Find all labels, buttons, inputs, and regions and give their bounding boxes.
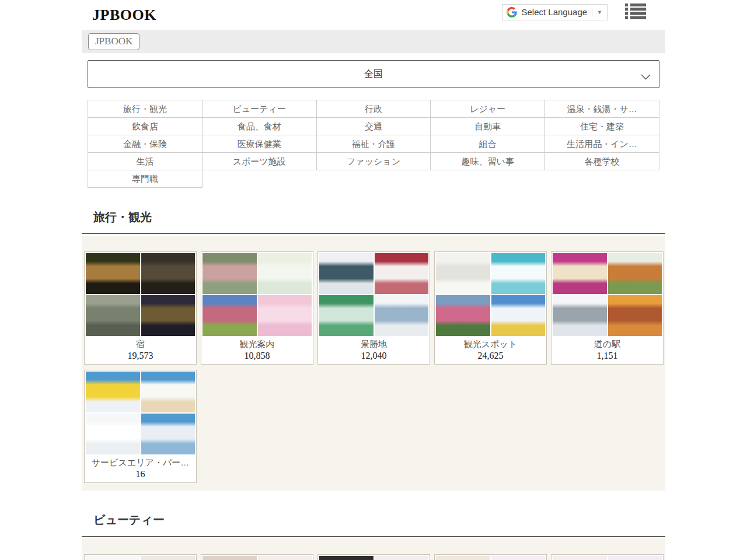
- card-label: 観光スポット: [436, 338, 545, 349]
- section-panel: [82, 538, 665, 560]
- site-thumbnail-image: [608, 295, 662, 336]
- card-label: 宿: [86, 338, 195, 349]
- breadcrumb-home-link[interactable]: JPBOOK: [88, 33, 139, 50]
- category-link[interactable]: 専門職: [88, 170, 203, 188]
- site-thumbnail-image: [86, 556, 140, 560]
- site-thumbnail-image: [258, 295, 312, 336]
- category-link[interactable]: 温泉・銭湯・サ…: [545, 100, 659, 118]
- thumbnail-collage: [319, 556, 428, 560]
- language-selector[interactable]: Select Language ▼: [502, 4, 608, 20]
- card-label: 観光案内: [203, 338, 312, 349]
- caret-down-icon: ▼: [597, 9, 602, 15]
- section-divider: [82, 536, 665, 537]
- section-title: ビューティー: [93, 512, 665, 528]
- site-thumbnail-image: [375, 556, 429, 560]
- card-count: 1,151: [553, 349, 662, 362]
- category-link[interactable]: 生活: [88, 153, 203, 170]
- chevron-down-icon: [641, 72, 651, 82]
- header-right: Select Language ▼: [502, 10, 646, 20]
- category-link[interactable]: 組合: [431, 135, 545, 153]
- category-link[interactable]: 医療保健業: [203, 135, 317, 153]
- sections-root: 旅行・観光宿19,573観光案内10,858景勝地12,040観光スポット24,…: [82, 209, 665, 560]
- site-thumbnail-image: [553, 295, 607, 336]
- category-card[interactable]: サービスエリア・パー…16: [84, 370, 197, 483]
- site-thumbnail-image: [319, 556, 374, 560]
- list-menu-icon[interactable]: [625, 4, 646, 19]
- category-link[interactable]: 生活用品・イン…: [545, 135, 659, 153]
- site-thumbnail-image: [203, 295, 257, 336]
- site-thumbnail-image: [375, 253, 429, 294]
- region-select-value: 全国: [364, 68, 383, 80]
- site-thumbnail-image: [258, 253, 312, 294]
- category-card[interactable]: [551, 554, 664, 560]
- category-link[interactable]: 金融・保険: [88, 135, 203, 153]
- category-link[interactable]: ビューティー: [203, 100, 317, 118]
- site-thumbnail-image: [86, 414, 140, 454]
- language-selector-label: Select Language: [521, 7, 587, 17]
- category-card[interactable]: [84, 554, 197, 560]
- site-thumbnail-image: [86, 372, 140, 412]
- thumbnail-collage: [86, 556, 195, 560]
- card-count: 16: [86, 468, 195, 480]
- category-link[interactable]: 交通: [317, 118, 431, 135]
- category-link[interactable]: 各種学校: [545, 153, 659, 170]
- site-thumbnail-image: [436, 295, 490, 336]
- section-panel: 宿19,573観光案内10,858景勝地12,040観光スポット24,625道の…: [82, 236, 665, 491]
- site-thumbnail-image: [141, 253, 196, 294]
- site-thumbnail-image: [491, 295, 546, 336]
- category-link[interactable]: 福祉・介護: [317, 135, 431, 153]
- category-grid: 旅行・観光ビューティー行政レジャー温泉・銭湯・サ…飲食店食品、食材交通自動車住宅…: [88, 100, 659, 188]
- category-link[interactable]: スポーツ施設: [203, 153, 317, 170]
- category-link[interactable]: 飲食店: [88, 118, 203, 135]
- card-list: [84, 554, 665, 560]
- category-link[interactable]: レジャー: [431, 100, 545, 118]
- card-label: 道の駅: [553, 338, 662, 349]
- category-link[interactable]: 自動車: [431, 118, 545, 135]
- thumbnail-collage: [86, 253, 195, 336]
- category-card[interactable]: 観光スポット24,625: [434, 251, 547, 365]
- site-thumbnail-image: [319, 253, 374, 294]
- category-card[interactable]: [201, 554, 313, 560]
- card-label: 景勝地: [319, 338, 428, 349]
- thumbnail-collage: [553, 556, 662, 560]
- thumbnail-collage: [203, 556, 312, 560]
- category-link[interactable]: 趣味、習い事: [431, 153, 545, 170]
- site-thumbnail-image: [436, 556, 490, 560]
- category-link[interactable]: 食品、食材: [203, 118, 317, 135]
- divider: [592, 8, 592, 17]
- category-card[interactable]: 観光案内10,858: [201, 251, 313, 365]
- card-count: 19,573: [86, 349, 195, 362]
- category-card[interactable]: 宿19,573: [84, 251, 197, 365]
- thumbnail-collage: [319, 253, 428, 336]
- site-header: JPBOOK Select Language ▼: [82, 0, 665, 30]
- site-thumbnail-image: [491, 253, 546, 294]
- category-card[interactable]: [434, 554, 547, 560]
- site-thumbnail-image: [141, 556, 196, 560]
- category-link[interactable]: 旅行・観光: [88, 100, 203, 118]
- site-thumbnail-image: [141, 372, 196, 412]
- site-thumbnail-image: [141, 295, 196, 336]
- card-label: サービスエリア・パー…: [86, 457, 195, 468]
- site-thumbnail-image: [491, 556, 546, 560]
- site-thumbnail-image: [203, 556, 257, 560]
- category-link[interactable]: 住宅・建築: [545, 118, 659, 135]
- site-thumbnail-image: [141, 414, 196, 454]
- site-thumbnail-image: [553, 253, 607, 294]
- site-thumbnail-image: [608, 556, 662, 560]
- section-title: 旅行・観光: [93, 209, 665, 225]
- site-thumbnail-image: [86, 295, 140, 336]
- category-link[interactable]: 行政: [317, 100, 431, 118]
- region-select[interactable]: 全国: [88, 60, 659, 88]
- thumbnail-collage: [203, 253, 312, 336]
- category-card[interactable]: 道の駅1,151: [551, 251, 664, 365]
- category-card[interactable]: 景勝地12,040: [317, 251, 430, 365]
- card-count: 10,858: [203, 349, 312, 362]
- thumbnail-collage: [436, 253, 545, 336]
- category-card[interactable]: [317, 554, 430, 560]
- card-list: 宿19,573観光案内10,858景勝地12,040観光スポット24,625道の…: [84, 251, 665, 483]
- category-link[interactable]: ファッション: [317, 153, 431, 170]
- site-thumbnail-image: [319, 295, 374, 336]
- card-count: 24,625: [436, 349, 545, 362]
- site-thumbnail-image: [436, 253, 490, 294]
- google-g-icon: [507, 7, 517, 18]
